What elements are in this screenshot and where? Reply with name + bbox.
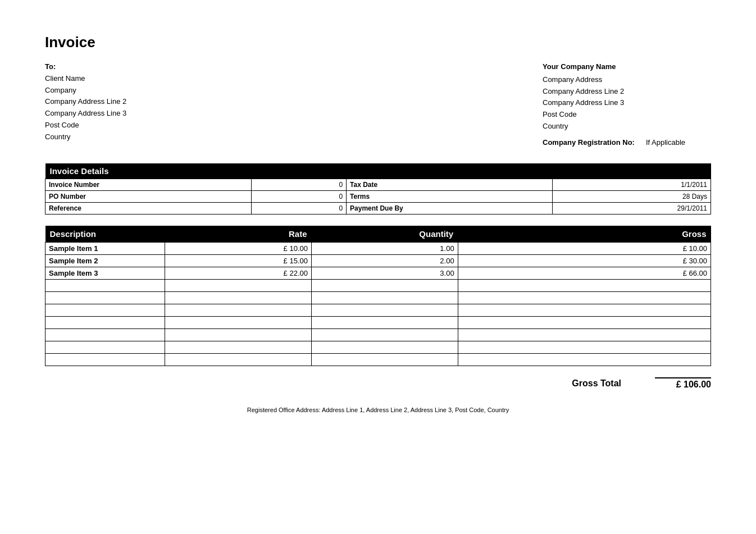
- company-reg-label: Company Registration No:: [543, 138, 635, 147]
- empty-row: [45, 279, 711, 291]
- company-address-line2: Company Address Line 2: [543, 86, 711, 98]
- tax-date-value: 1/1/2011: [552, 179, 711, 190]
- bill-to-label: To:: [45, 61, 242, 73]
- empty-row: [45, 353, 711, 366]
- client-company: Company: [45, 85, 242, 97]
- po-number-value: 0: [251, 190, 346, 202]
- table-row: Sample Item 1 £ 10.00 1.00 £ 10.00: [45, 242, 711, 254]
- items-table: Description Rate Quantity Gross Sample I…: [45, 226, 711, 366]
- table-row: Sample Item 3 £ 22.00 3.00 £ 66.00: [45, 267, 711, 279]
- client-name: Client Name: [45, 73, 242, 85]
- client-address-line3: Company Address Line 3: [45, 108, 242, 120]
- item-quantity: 1.00: [311, 242, 458, 254]
- company-address: Company Address: [543, 74, 711, 86]
- terms-label: Terms: [347, 190, 553, 202]
- bill-to-section: To: Client Name Company Company Address …: [45, 61, 242, 147]
- company-name: Your Company Name: [543, 61, 711, 73]
- reference-value: 0: [251, 202, 346, 214]
- company-reg-value: If Applicable: [646, 138, 685, 147]
- client-address-line2: Company Address Line 2: [45, 96, 242, 108]
- item-gross: £ 10.00: [458, 242, 711, 254]
- table-row: Sample Item 2 £ 15.00 2.00 £ 30.00: [45, 254, 711, 267]
- item-description: Sample Item 2: [45, 254, 165, 267]
- invoice-number-label: Invoice Number: [45, 179, 252, 190]
- col-quantity: Quantity: [311, 226, 458, 243]
- invoice-details-table: Invoice Details Invoice Number 0 Tax Dat…: [45, 163, 711, 214]
- empty-row: [45, 341, 711, 353]
- company-country: Country: [543, 121, 711, 133]
- item-quantity: 3.00: [311, 267, 458, 279]
- gross-total-value: £ 106.00: [655, 377, 711, 390]
- invoice-number-value: 0: [251, 179, 346, 190]
- client-post-code: Post Code: [45, 120, 242, 131]
- empty-row: [45, 291, 711, 304]
- item-rate: £ 10.00: [165, 242, 312, 254]
- client-country: Country: [45, 131, 242, 143]
- item-quantity: 2.00: [311, 254, 458, 267]
- col-rate: Rate: [165, 226, 312, 243]
- col-gross: Gross: [458, 226, 711, 243]
- invoice-title: Invoice: [45, 34, 711, 51]
- col-description: Description: [45, 226, 165, 243]
- payment-due-value: 29/1/2011: [552, 202, 711, 214]
- item-rate: £ 15.00: [165, 254, 312, 267]
- item-description: Sample Item 1: [45, 242, 165, 254]
- tax-date-label: Tax Date: [347, 179, 553, 190]
- reference-label: Reference: [45, 202, 252, 214]
- gross-total-section: Gross Total £ 106.00: [45, 377, 711, 390]
- empty-row: [45, 316, 711, 328]
- item-rate: £ 22.00: [165, 267, 312, 279]
- item-description: Sample Item 3: [45, 267, 165, 279]
- company-address-line3: Company Address Line 3: [543, 97, 711, 109]
- company-info-section: Your Company Name Company Address Compan…: [543, 61, 711, 147]
- invoice-details-header: Invoice Details: [45, 163, 711, 179]
- item-gross: £ 30.00: [458, 254, 711, 267]
- payment-due-label: Payment Due By: [347, 202, 553, 214]
- empty-row: [45, 328, 711, 341]
- terms-value: 28 Days: [552, 190, 711, 202]
- footer-text: Registered Office Address: Address Line …: [45, 407, 711, 413]
- po-number-label: PO Number: [45, 190, 252, 202]
- company-post-code: Post Code: [543, 109, 711, 121]
- footer: Registered Office Address: Address Line …: [45, 407, 711, 413]
- item-gross: £ 66.00: [458, 267, 711, 279]
- empty-row: [45, 304, 711, 316]
- gross-total-label: Gross Total: [572, 378, 621, 389]
